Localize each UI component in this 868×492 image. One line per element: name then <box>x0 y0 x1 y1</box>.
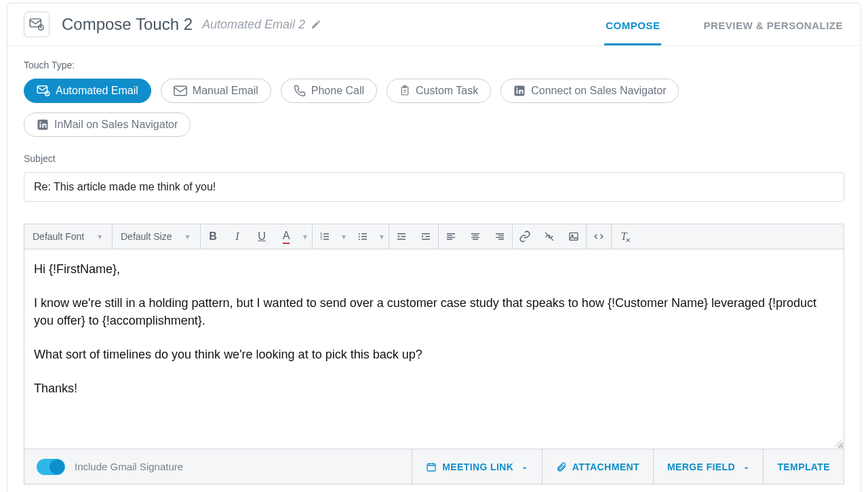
unlink-button[interactable] <box>537 224 561 249</box>
touch-type-label: Phone Call <box>311 85 364 97</box>
chevron-down-icon: ▼ <box>184 233 191 241</box>
touch-type-automated_email[interactable]: Automated Email <box>24 79 151 103</box>
touch-type-pills: Automated EmailManual EmailPhone CallCus… <box>24 79 844 137</box>
mail-icon <box>174 85 187 96</box>
calendar-icon <box>426 462 437 472</box>
signature-toggle-label: Include Gmail Signature <box>75 461 183 472</box>
text-color-button[interactable]: A <box>274 224 298 249</box>
chevron-down-icon: ⌄ <box>521 462 528 471</box>
svg-rect-8 <box>517 90 518 94</box>
touch-type-connect_sn[interactable]: Connect on Sales Navigator <box>500 79 679 103</box>
attachment-label: ATTACHMENT <box>572 462 639 472</box>
size-select-label: Default Size <box>121 231 172 242</box>
editor-toolbar: Default Font ▼ Default Size ▼ B I U A ▼ … <box>24 224 844 249</box>
meeting-link-button[interactable]: MEETING LINK ⌄ <box>412 449 542 484</box>
page-title: Compose Touch 2 <box>62 15 193 34</box>
align-center-button[interactable] <box>463 224 488 249</box>
svg-text:3: 3 <box>320 237 322 241</box>
image-button[interactable] <box>561 224 586 249</box>
svg-point-18 <box>359 239 360 240</box>
code-view-button[interactable] <box>587 224 611 249</box>
touch-type-label: Manual Email <box>193 85 258 97</box>
tab-compose[interactable]: COMPOSE <box>604 13 661 45</box>
header-tabs: COMPOSE PREVIEW & PERSONALIZE <box>604 13 844 37</box>
paperclip-icon <box>556 462 567 472</box>
align-right-button[interactable] <box>488 224 512 249</box>
svg-rect-19 <box>570 233 578 241</box>
touch-type-label: Custom Task <box>416 85 478 97</box>
font-select[interactable]: Default Font ▼ <box>24 224 113 249</box>
signature-toggle[interactable] <box>37 459 65 475</box>
panel-header: Compose Touch 2 Automated Email 2 COMPOS… <box>7 3 861 46</box>
page-subtitle: Automated Email 2 <box>202 18 305 32</box>
clipboard-icon <box>399 85 410 97</box>
editor-footer: Include Gmail Signature MEETING LINK ⌄ A… <box>24 449 844 485</box>
editor-section: Default Font ▼ Default Size ▼ B I U A ▼ … <box>7 224 861 449</box>
meeting-link-label: MEETING LINK <box>442 462 513 472</box>
email-line: Hi {!FirstName}, <box>34 260 834 278</box>
template-button[interactable]: TEMPLATE <box>763 449 844 484</box>
align-left-button[interactable] <box>439 224 463 249</box>
link-button[interactable] <box>513 224 537 249</box>
svg-point-9 <box>517 87 518 89</box>
subject-input[interactable] <box>24 172 844 202</box>
outdent-button[interactable] <box>389 224 414 249</box>
chevron-down-icon: ⌄ <box>743 462 749 471</box>
attachment-button[interactable]: ATTACHMENT <box>542 449 653 484</box>
touch-type-inmail_sn[interactable]: InMail on Sales Navigator <box>24 112 191 137</box>
svg-point-17 <box>359 236 360 237</box>
email-line: Thanks! <box>34 380 834 397</box>
indent-button[interactable] <box>414 224 438 249</box>
ordered-list-dropdown[interactable]: ▼ <box>337 224 351 249</box>
svg-rect-21 <box>427 464 435 471</box>
clear-format-button[interactable]: T✕ <box>612 224 636 249</box>
tab-preview-personalize[interactable]: PREVIEW & PERSONALIZE <box>702 13 844 45</box>
svg-point-16 <box>359 233 360 234</box>
touch-type-phone_call[interactable]: Phone Call <box>281 79 377 103</box>
unordered-list-dropdown[interactable]: ▼ <box>375 224 389 249</box>
touch-type-manual_email[interactable]: Manual Email <box>161 79 271 103</box>
mail-auto-icon <box>37 85 50 96</box>
underline-button[interactable]: U <box>250 224 274 249</box>
merge-field-button[interactable]: MERGE FIELD ⌄ <box>653 449 763 484</box>
unordered-list-button[interactable] <box>351 224 375 249</box>
resize-handle-icon[interactable] <box>834 439 842 447</box>
chevron-down-icon: ▼ <box>96 233 103 241</box>
bold-button[interactable]: B <box>201 224 225 249</box>
phone-icon <box>294 85 306 97</box>
touch-type-custom_task[interactable]: Custom Task <box>387 79 491 103</box>
touch-type-label: Connect on Sales Navigator <box>531 85 666 97</box>
email-line: What sort of timelines do you think we'r… <box>34 346 834 363</box>
touch-type-label: Automated Email <box>56 85 138 97</box>
svg-rect-4 <box>174 86 186 95</box>
subject-label: Subject <box>24 153 844 164</box>
email-line: I know we're still in a holding pattern,… <box>34 294 834 329</box>
compose-panel: Compose Touch 2 Automated Email 2 COMPOS… <box>7 3 861 492</box>
edit-name-icon[interactable] <box>311 19 321 30</box>
text-color-dropdown[interactable]: ▼ <box>298 224 312 249</box>
svg-rect-11 <box>40 124 41 128</box>
size-select[interactable]: Default Size ▼ <box>113 224 201 249</box>
svg-point-12 <box>39 121 41 123</box>
email-body-editor[interactable]: Hi {!FirstName}, I know we're still in a… <box>24 249 844 449</box>
ordered-list-button[interactable]: 123 <box>313 224 337 249</box>
touch-type-section: Touch Type: Automated EmailManual EmailP… <box>7 46 861 224</box>
touch-type-label: Touch Type: <box>24 60 844 70</box>
linkedin-icon <box>37 119 49 131</box>
mail-auto-icon <box>29 18 44 30</box>
touch-icon-box <box>24 12 50 37</box>
merge-field-label: MERGE FIELD <box>667 462 735 472</box>
touch-type-label: InMail on Sales Navigator <box>54 119 178 131</box>
italic-button[interactable]: I <box>225 224 250 249</box>
footer-actions: MEETING LINK ⌄ ATTACHMENT MERGE FIELD ⌄ … <box>412 449 844 484</box>
template-label: TEMPLATE <box>777 462 830 472</box>
linkedin-icon <box>513 85 526 97</box>
font-select-label: Default Font <box>33 231 84 242</box>
signature-toggle-group: Include Gmail Signature <box>24 459 195 475</box>
